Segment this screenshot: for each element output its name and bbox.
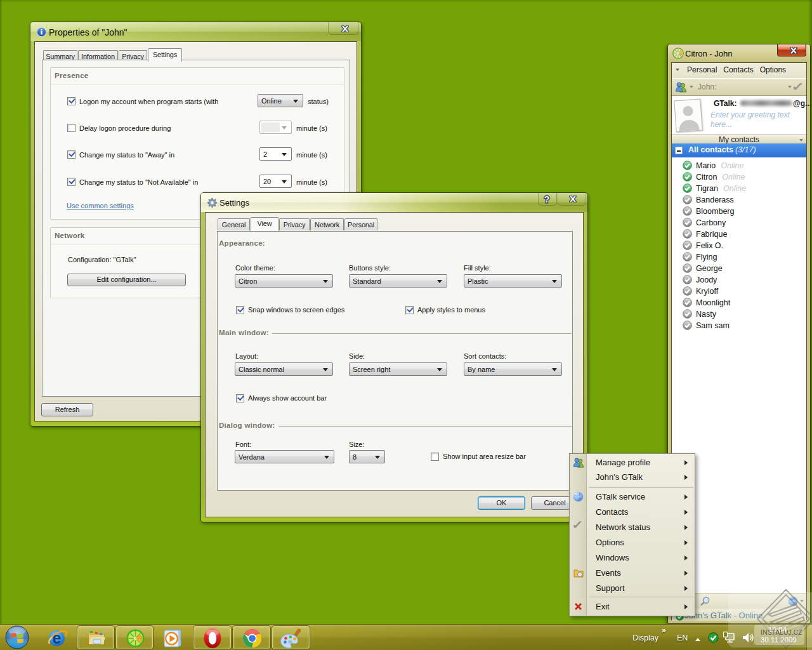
svg-text:?: ? [544,195,550,204]
